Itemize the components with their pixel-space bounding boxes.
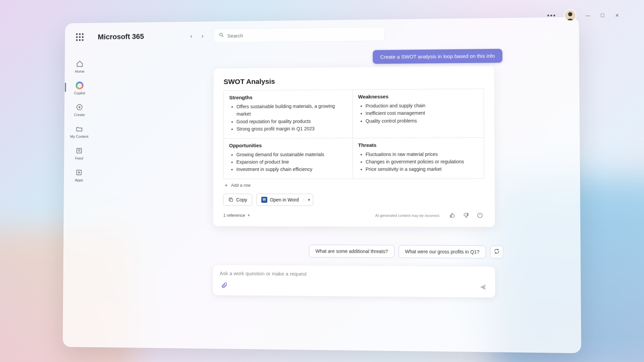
ai-disclaimer: AI-generated content may be incorrect. bbox=[375, 214, 440, 218]
swot-list: Offers sustainable building materials, a… bbox=[229, 102, 347, 133]
list-item: Inefficient cost management bbox=[366, 109, 478, 117]
swot-table: Strengths Offers sustainable building ma… bbox=[223, 88, 484, 179]
sidebar-item-label: Copilot bbox=[74, 91, 85, 95]
paperclip-icon bbox=[221, 284, 228, 289]
list-item: Strong gross profit margin in Q1 2023 bbox=[236, 125, 347, 133]
swot-cell-weaknesses[interactable]: Weaknesses Production and supply chain I… bbox=[353, 89, 484, 138]
feed-icon bbox=[75, 146, 83, 155]
list-item: Offers sustainable building materials, a… bbox=[236, 102, 347, 118]
open-in-word-button[interactable]: W Open in Word ▼ bbox=[256, 194, 313, 206]
sidebar: Home Copilot Create My Content Feed Apps bbox=[63, 23, 95, 347]
swot-cell-title: Threats bbox=[358, 142, 478, 148]
copy-button[interactable]: Copy bbox=[223, 194, 252, 206]
list-item: Price sensitivity in a sagging market bbox=[366, 166, 478, 173]
copilot-icon bbox=[75, 81, 84, 90]
forward-button[interactable]: › bbox=[198, 31, 207, 41]
sidebar-item-label: Apps bbox=[75, 178, 83, 182]
send-icon bbox=[479, 287, 487, 292]
add-row-button[interactable]: + Add a row bbox=[223, 179, 484, 190]
copy-icon bbox=[228, 197, 233, 202]
home-icon bbox=[75, 60, 84, 68]
chevron-down-icon: ▼ bbox=[247, 214, 251, 217]
references-toggle[interactable]: 1 reference ▼ bbox=[223, 213, 250, 218]
sidebar-item-apps[interactable]: Apps bbox=[67, 166, 90, 185]
search-input[interactable] bbox=[227, 31, 380, 39]
card-title: SWOT Analysis bbox=[224, 76, 484, 86]
response-card: SWOT Analysis Strengths Offers sustainab… bbox=[213, 66, 495, 227]
list-item: Expansion of product line bbox=[236, 158, 347, 166]
sidebar-item-home[interactable]: Home bbox=[68, 57, 91, 76]
report-button[interactable] bbox=[475, 211, 484, 221]
app-header: Microsoft 365 ‹ › bbox=[98, 24, 565, 45]
card-footer: 1 reference ▼ AI-generated content may b… bbox=[223, 210, 484, 221]
list-item: Growing demand for sustainable materials bbox=[236, 150, 347, 158]
swot-cell-opportunities[interactable]: Opportunities Growing demand for sustain… bbox=[223, 138, 353, 179]
send-button[interactable] bbox=[478, 282, 488, 293]
chat-area: Create a SWOT analysis in loop based on … bbox=[102, 48, 559, 342]
apps-icon bbox=[75, 168, 83, 177]
open-in-word-label: Open in Word bbox=[270, 197, 299, 202]
app-title: Microsoft 365 bbox=[98, 32, 144, 41]
sidebar-item-mycontent[interactable]: My Content bbox=[68, 122, 91, 141]
minimize-button[interactable]: — bbox=[584, 12, 591, 19]
list-item: Production and supply chain bbox=[366, 102, 478, 110]
thumbs-down-button[interactable] bbox=[462, 211, 471, 221]
refresh-icon bbox=[494, 248, 500, 256]
more-menu-icon[interactable]: ••• bbox=[547, 12, 556, 19]
swot-list: Fluctuations in raw material prices Chan… bbox=[358, 150, 479, 173]
svg-rect-1 bbox=[77, 148, 82, 153]
references-label: 1 reference bbox=[223, 213, 245, 218]
attach-button[interactable] bbox=[220, 280, 229, 291]
copy-label: Copy bbox=[236, 197, 247, 202]
svg-point-5 bbox=[478, 213, 482, 218]
plus-circle-icon bbox=[75, 103, 84, 112]
swot-list: Production and supply chain Inefficient … bbox=[358, 102, 478, 125]
app-window: Home Copilot Create My Content Feed Apps… bbox=[63, 17, 581, 353]
list-item: Good reputation for quality products bbox=[236, 117, 347, 125]
swot-cell-title: Opportunities bbox=[229, 142, 347, 148]
swot-list: Growing demand for sustainable materials… bbox=[229, 150, 347, 173]
sidebar-item-label: Feed bbox=[75, 156, 83, 160]
swot-cell-threats[interactable]: Threats Fluctuations in raw material pri… bbox=[353, 137, 484, 179]
back-button[interactable]: ‹ bbox=[187, 32, 196, 41]
chat-input[interactable] bbox=[220, 270, 488, 278]
list-item: Changes in government policies or regula… bbox=[366, 158, 478, 166]
add-row-label: Add a row bbox=[231, 183, 251, 188]
swot-cell-title: Strengths bbox=[229, 94, 347, 100]
user-avatar[interactable] bbox=[564, 9, 576, 21]
sidebar-item-label: My Content bbox=[70, 134, 89, 138]
thumbs-up-button[interactable] bbox=[448, 211, 457, 221]
folder-icon bbox=[75, 125, 84, 133]
word-icon: W bbox=[261, 197, 267, 203]
sidebar-item-label: Home bbox=[75, 69, 84, 73]
list-item: Investment in supply chain efficiency bbox=[236, 166, 347, 173]
sidebar-item-label: Create bbox=[74, 113, 85, 117]
refresh-suggestions-button[interactable] bbox=[490, 245, 503, 258]
search-box[interactable] bbox=[214, 27, 384, 43]
window-controls: ••• — ☐ ✕ bbox=[547, 9, 621, 21]
sidebar-item-create[interactable]: Create bbox=[68, 100, 91, 119]
suggestion-chip[interactable]: What were our gross profits in Q1? bbox=[398, 245, 486, 258]
list-item: Quality control problems bbox=[366, 117, 478, 125]
list-item: Fluctuations in raw material prices bbox=[366, 150, 478, 158]
swot-cell-title: Weaknesses bbox=[358, 93, 478, 100]
nav-arrows: ‹ › bbox=[187, 31, 207, 41]
swot-cell-strengths[interactable]: Strengths Offers sustainable building ma… bbox=[224, 90, 353, 138]
suggestion-chip[interactable]: What are some additional threats? bbox=[309, 245, 394, 258]
svg-rect-4 bbox=[230, 199, 233, 201]
maximize-button[interactable]: ☐ bbox=[599, 12, 606, 19]
feedback-controls: AI-generated content may be incorrect. bbox=[375, 210, 485, 221]
input-controls bbox=[220, 280, 488, 293]
suggestion-row: What are some additional threats? What w… bbox=[309, 245, 503, 258]
chat-input-bar bbox=[213, 265, 495, 297]
sidebar-item-feed[interactable]: Feed bbox=[68, 144, 91, 163]
user-message: Create a SWOT analysis in loop based on … bbox=[373, 49, 502, 64]
plus-icon: + bbox=[225, 182, 228, 188]
svg-point-3 bbox=[220, 33, 222, 36]
search-icon bbox=[219, 33, 224, 39]
close-button[interactable]: ✕ bbox=[614, 12, 621, 19]
chevron-down-icon[interactable]: ▼ bbox=[304, 198, 311, 202]
sidebar-item-copilot[interactable]: Copilot bbox=[68, 78, 91, 98]
app-launcher-icon[interactable] bbox=[76, 33, 84, 41]
card-actions: Copy W Open in Word ▼ bbox=[223, 194, 485, 206]
